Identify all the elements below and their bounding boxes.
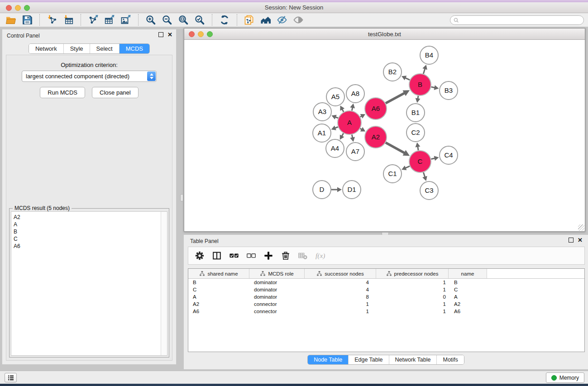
cell-shared-name[interactable]: B <box>188 279 249 286</box>
network-maximize-button[interactable] <box>207 31 213 37</box>
delete-button[interactable] <box>278 249 293 262</box>
tab-motifs[interactable]: Motifs <box>436 355 464 364</box>
cell-predecessor-nodes[interactable]: 1 <box>376 286 449 293</box>
float-table-panel-icon[interactable] <box>569 238 574 243</box>
task-history-button[interactable] <box>5 373 17 382</box>
table-header-row[interactable]: shared nameMCDS rolesuccessor nodesprede… <box>188 269 584 279</box>
export-network-button[interactable] <box>85 14 101 26</box>
table-row[interactable]: Bdominator41B <box>188 279 584 286</box>
zoom-fit-button[interactable] <box>175 14 191 26</box>
float-panel-icon[interactable] <box>158 32 163 37</box>
import-network-button[interactable] <box>44 14 60 26</box>
column-header-shared-name[interactable]: shared name <box>188 269 249 278</box>
cell-MCDS-role[interactable]: dominator <box>249 279 305 286</box>
mcds-result-list[interactable]: A2ABCA6 <box>11 211 167 356</box>
cell-successor-nodes[interactable]: 1 <box>305 308 376 315</box>
table-row[interactable]: A6connector11A6 <box>188 308 584 315</box>
cell-MCDS-role[interactable]: dominator <box>249 286 305 293</box>
close-panel-icon[interactable]: ✕ <box>167 32 172 37</box>
export-table-button[interactable] <box>101 14 118 26</box>
run-mcds-button[interactable]: Run MCDS <box>40 87 85 98</box>
maximize-window-button[interactable] <box>24 5 30 11</box>
cell-name[interactable]: A <box>449 293 487 300</box>
zoom-out-button[interactable] <box>159 14 175 26</box>
show-all-button[interactable] <box>290 14 306 26</box>
splitter-grip-vertical[interactable] <box>180 194 183 201</box>
search-box[interactable] <box>450 15 584 25</box>
tab-node-table[interactable]: Node Table <box>308 355 348 364</box>
minimize-window-button[interactable] <box>15 5 21 11</box>
cell-name[interactable]: A6 <box>449 308 487 315</box>
table-row[interactable]: A2connector11A2 <box>188 300 584 308</box>
zoom-selected-button[interactable] <box>191 14 208 26</box>
column-header-MCDS-role[interactable]: MCDS role <box>249 269 305 278</box>
cell-successor-nodes[interactable]: 1 <box>305 300 376 308</box>
network-close-button[interactable] <box>189 31 195 37</box>
table-row[interactable]: Cdominator41C <box>188 286 584 293</box>
cell-name[interactable]: B <box>449 279 487 286</box>
column-header-successor-nodes[interactable]: successor nodes <box>305 269 376 278</box>
cell-predecessor-nodes[interactable]: 1 <box>376 279 449 286</box>
tab-select[interactable]: Select <box>90 44 119 53</box>
tab-mcds[interactable]: MCDS <box>119 44 149 53</box>
network-minimize-button[interactable] <box>198 31 204 37</box>
resize-grip-icon[interactable] <box>578 224 584 231</box>
refresh-button[interactable] <box>216 14 233 26</box>
cell-successor-nodes[interactable]: 4 <box>305 279 376 286</box>
edge-A6-B[interactable] <box>386 93 405 103</box>
cell-shared-name[interactable]: A <box>188 293 249 300</box>
result-scrollbar[interactable] <box>161 212 167 355</box>
result-item[interactable]: C <box>11 235 167 243</box>
cell-predecessor-nodes[interactable]: 1 <box>376 300 449 308</box>
close-table-panel-icon[interactable]: ✕ <box>578 238 583 243</box>
cell-shared-name[interactable]: A6 <box>188 308 249 315</box>
node-label-A7: A7 <box>351 148 359 155</box>
open-session-button[interactable] <box>3 14 19 26</box>
column-header-name[interactable]: name <box>449 269 487 278</box>
settings-button[interactable] <box>192 249 207 262</box>
cell-name[interactable]: A2 <box>449 300 487 308</box>
column-header-predecessor-nodes[interactable]: predecessor nodes <box>376 269 449 278</box>
close-panel-button[interactable]: Close panel <box>92 87 139 98</box>
cell-successor-nodes[interactable]: 8 <box>305 293 376 300</box>
criterion-dropdown[interactable]: largest connected component (directed) <box>22 71 157 82</box>
result-item[interactable]: A <box>11 221 167 228</box>
cell-MCDS-role[interactable]: connector <box>249 308 305 315</box>
cell-shared-name[interactable]: C <box>188 286 249 293</box>
search-input[interactable] <box>459 16 583 24</box>
zoom-in-button[interactable] <box>143 14 159 26</box>
result-item[interactable]: A6 <box>11 243 167 250</box>
node-table[interactable]: shared nameMCDS rolesuccessor nodesprede… <box>188 268 585 352</box>
network-window-titlebar[interactable]: testGlobe.txt <box>184 29 585 40</box>
hide-selected-button[interactable] <box>274 14 290 26</box>
node-label-B3: B3 <box>445 86 453 94</box>
columns-button[interactable] <box>209 249 224 262</box>
tab-edge-table[interactable]: Edge Table <box>348 355 388 364</box>
cell-shared-name[interactable]: A2 <box>188 300 249 308</box>
tab-network-table[interactable]: Network Table <box>389 355 437 364</box>
cell-predecessor-nodes[interactable]: 0 <box>376 293 449 300</box>
cell-MCDS-role[interactable]: connector <box>249 300 305 308</box>
close-window-button[interactable] <box>6 5 12 11</box>
cell-successor-nodes[interactable]: 4 <box>305 286 376 293</box>
home-button[interactable] <box>258 14 274 26</box>
export-image-button[interactable] <box>118 14 134 26</box>
select-all-button[interactable] <box>226 249 241 262</box>
network-canvas[interactable]: B4B2BB3A5A8A6A3B1AA1C2A2A4A7C4CC1C3DD1 <box>184 40 585 231</box>
tab-style[interactable]: Style <box>63 44 90 53</box>
table-row[interactable]: Adominator80A <box>188 293 584 300</box>
cell-name[interactable]: C <box>449 286 487 293</box>
network-graph[interactable]: B4B2BB3A5A8A6A3B1AA1C2A2A4A7C4CC1C3DD1 <box>184 40 585 231</box>
cell-predecessor-nodes[interactable]: 1 <box>376 308 449 315</box>
cell-MCDS-role[interactable]: dominator <box>249 293 305 300</box>
edge-A2-C[interactable] <box>386 143 405 153</box>
memory-button[interactable]: Memory <box>546 372 584 383</box>
result-item[interactable]: A2 <box>11 214 167 221</box>
tab-network[interactable]: Network <box>29 44 63 53</box>
save-session-button[interactable] <box>19 14 35 26</box>
deselect-all-button[interactable] <box>244 249 258 262</box>
result-item[interactable]: B <box>11 228 167 235</box>
duplicate-network-button[interactable] <box>241 14 258 26</box>
add-button[interactable] <box>261 249 276 262</box>
import-table-button[interactable] <box>60 14 76 26</box>
